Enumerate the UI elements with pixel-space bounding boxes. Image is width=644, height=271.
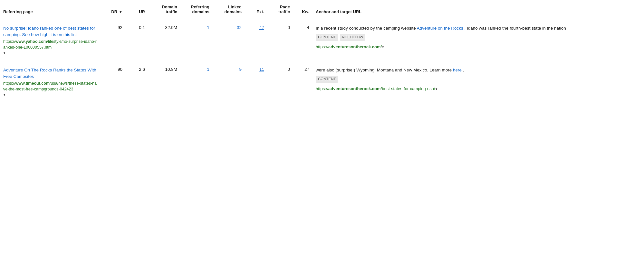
domain-traffic-cell: 10.8M [148,61,180,103]
referring-page-dropdown-arrow[interactable]: ▾ [4,51,5,55]
dr-cell: 92 [100,19,126,61]
linked-domains-cell[interactable]: 9 [213,61,245,103]
linked-domains-link[interactable]: 9 [239,67,242,72]
badge-content: CONTENT [316,76,338,83]
page-traffic-cell: 0 [267,61,293,103]
ext-link[interactable]: 47 [259,25,264,30]
referring-domains-cell[interactable]: 1 [180,19,213,61]
col-header-dr[interactable]: DR ▼ [100,0,126,19]
referring-page-cell: No surprise: Idaho ranked one of best st… [0,19,100,61]
referring-domains-link[interactable]: 1 [207,67,209,72]
ext-link[interactable]: 11 [259,67,264,72]
target-url-dropdown-arrow[interactable]: ▾ [436,87,437,92]
referring-page-title-link[interactable]: No surprise: Idaho ranked one of best st… [3,25,97,38]
referring-page-cell: Adventure On The Rocks Ranks the States … [0,61,100,103]
anchor-cell: were also (surprise!) Wyoming, Montana a… [312,61,644,103]
target-url[interactable]: https://adventuresontherock.com/ ▾ [316,44,641,50]
table-row: Adventure On The Rocks Ranks the States … [0,61,644,103]
ur-cell: 2.6 [126,61,148,103]
kw-cell: 27 [293,61,312,103]
badges-row: CONTENT [316,76,641,84]
ext-cell: 11 [245,61,267,103]
table-header-row: Referring page DR ▼ UR Domain traffic Re… [0,0,644,19]
anchor-text-link[interactable]: Adventure on the Rocks [417,26,463,31]
ur-cell: 0.1 [126,19,148,61]
referring-domains-link[interactable]: 1 [207,25,209,30]
backlinks-table: Referring page DR ▼ UR Domain traffic Re… [0,0,644,103]
ext-cell: 47 [245,19,267,61]
col-header-kw: Kw. [293,0,312,19]
referring-page-url[interactable]: https://www.timeout.com/usa/news/these-s… [3,81,97,92]
linked-domains-cell[interactable]: 32 [213,19,245,61]
sort-arrow-dr: ▼ [119,10,122,14]
col-header-referring-page: Referring page [0,0,100,19]
domain-traffic-cell: 32.9M [148,19,180,61]
anchor-cell: In a recent study conducted by the campi… [312,19,644,61]
badges-row: CONTENTNOFOLLOW [316,34,641,42]
linked-domains-link[interactable]: 32 [237,25,242,30]
referring-page-dropdown-arrow[interactable]: ▾ [4,93,5,97]
col-header-referring-domains: Referring domains [180,0,213,19]
target-url-dropdown-arrow[interactable]: ▾ [382,45,384,50]
target-url-link[interactable]: https://adventuresontherock.com/best-sta… [316,86,435,91]
col-header-ext: Ext. [245,0,267,19]
col-header-linked-domains: Linked domains [213,0,245,19]
badge-nofollow: NOFOLLOW [340,34,366,41]
col-header-anchor: Anchor and target URL [312,0,644,19]
target-url-link[interactable]: https://adventuresontherock.com/ [316,44,382,49]
dr-cell: 90 [100,61,126,103]
badge-content: CONTENT [316,34,338,41]
page-traffic-cell: 0 [267,19,293,61]
anchor-text-link[interactable]: here [453,68,462,72]
anchor-description: were also (surprise!) Wyoming, Montana a… [316,67,641,74]
col-header-domain-traffic: Domain traffic [148,0,180,19]
referring-page-url[interactable]: https://www.yahoo.com/lifestyle/no-surpr… [3,39,97,50]
col-header-page-traffic: Page traffic [267,0,293,19]
table-row: No surprise: Idaho ranked one of best st… [0,19,644,61]
kw-cell: 4 [293,19,312,61]
backlinks-table-container: Referring page DR ▼ UR Domain traffic Re… [0,0,644,103]
referring-domains-cell[interactable]: 1 [180,61,213,103]
col-header-ur: UR [126,0,148,19]
anchor-description: In a recent study conducted by the campi… [316,25,641,32]
referring-page-title-link[interactable]: Adventure On The Rocks Ranks the States … [3,67,97,79]
target-url[interactable]: https://adventuresontherock.com/best-sta… [316,86,641,92]
